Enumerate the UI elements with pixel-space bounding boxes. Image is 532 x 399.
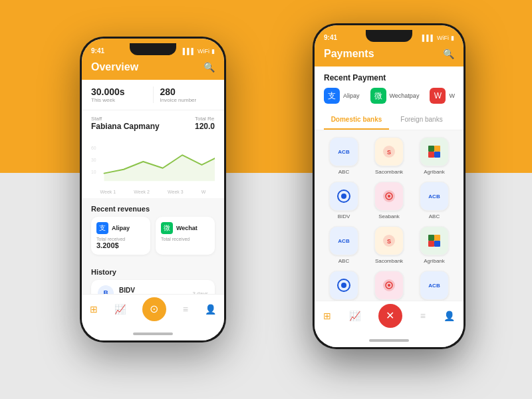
- sacom-name-2: Sacombank: [375, 258, 403, 264]
- sacom-logo-2: S: [374, 226, 404, 255]
- week-value: 30.000s: [91, 86, 146, 97]
- payment-wechat[interactable]: 微 Wechatpay: [370, 88, 420, 104]
- week-label-4: W: [201, 190, 206, 194]
- bidv-info: BIDV 12.000 $: [119, 287, 187, 295]
- bank-abc-2[interactable]: ACB ABC: [414, 182, 454, 219]
- invoice-value: 280: [160, 86, 215, 97]
- phone-overview: 9:41 ▌▌▌ WiFi ▮ Overview 🔍 30.000s This: [80, 37, 226, 342]
- svg-rect-16: [428, 235, 434, 241]
- camera-button-back[interactable]: ⊙: [142, 297, 166, 321]
- header-payments: Payments 🔍: [315, 44, 464, 66]
- bank-row-3: ACB ABC S Sacombank: [324, 226, 454, 264]
- search-icon-overview[interactable]: 🔍: [203, 62, 215, 72]
- recent-payment-title: Recent Payment: [324, 73, 454, 82]
- signal-icon-back: ▌▌▌: [183, 48, 196, 55]
- payment-alipay[interactable]: 支 Alipay: [324, 88, 360, 104]
- notch-front: [366, 30, 412, 42]
- total-value: 120.0: [195, 122, 215, 131]
- bank-sacom-1[interactable]: S Sacombank: [369, 137, 409, 175]
- tab-domestic[interactable]: Domestic banks: [324, 110, 389, 130]
- wifi-icon-front: WiFi: [437, 35, 449, 41]
- wechat-logo: 微: [161, 222, 173, 234]
- search-icon-payments[interactable]: 🔍: [443, 49, 454, 59]
- nav-close-front[interactable]: ✕: [378, 304, 402, 328]
- home-indicator-front: [315, 334, 464, 347]
- nav-menu-back[interactable]: ≡: [183, 304, 188, 315]
- close-button-front[interactable]: ✕: [378, 304, 402, 328]
- recent-revenues-title: Recent revenues: [82, 198, 224, 217]
- revenue-card-alipay[interactable]: 支 Alipay Total received 3.200$: [91, 217, 150, 255]
- stat-invoice: 280 Invoice number: [160, 86, 215, 103]
- nav-home-back[interactable]: ⊞: [90, 304, 98, 315]
- signal-icon-front: ▌▌▌: [422, 35, 435, 41]
- bank-sea-1[interactable]: Seabank: [369, 182, 409, 219]
- nav-chart-back[interactable]: 📈: [114, 304, 126, 315]
- bank-sea-2[interactable]: Seabank: [369, 271, 409, 301]
- nav-home-front[interactable]: ⊞: [323, 311, 331, 321]
- bank-bidv-2[interactable]: BIDV: [324, 271, 364, 301]
- svg-rect-17: [434, 235, 440, 241]
- svg-rect-6: [434, 146, 440, 152]
- sacom-name-1: Sacombank: [375, 169, 403, 175]
- bank-row-4: BIDV Seabank ACB ABC: [324, 271, 454, 301]
- bank-bidv-1[interactable]: BIDV: [324, 182, 364, 219]
- bottom-nav-back: ⊞ 📈 ⊙ ≡ 👤: [82, 294, 224, 327]
- camera-icon-back: ⊙: [150, 303, 158, 315]
- bank-row-2: BIDV Seabank ACB ABC: [324, 182, 454, 219]
- history-item-bidv[interactable]: B BIDV 12.000 $ 3 days: [91, 280, 215, 294]
- nav-profile-back[interactable]: 👤: [205, 304, 216, 315]
- agri-logo-1: [420, 137, 449, 166]
- header-overview: Overview 🔍: [82, 57, 224, 80]
- overview-chart: 60 30 10: [91, 142, 215, 182]
- home-icon-front: ⊞: [323, 311, 331, 321]
- abc-logo-1: ACB: [329, 137, 358, 166]
- week-label-1: Week 1: [100, 190, 116, 194]
- bank-abc-4[interactable]: ACB ABC: [414, 271, 454, 301]
- alipay-payment-logo: 支: [324, 88, 340, 104]
- battery-icon-front: ▮: [451, 35, 454, 41]
- history-title: History: [82, 261, 224, 280]
- total-label: Total Re: [195, 116, 215, 122]
- revenue-cards: 支 Alipay Total received 3.200$ 微 Wechat …: [82, 217, 224, 261]
- sea-logo-1: [374, 182, 404, 211]
- nav-camera-back[interactable]: ⊙: [142, 297, 166, 321]
- bottom-nav-front: ⊞ 📈 ✕ ≡ 👤: [315, 301, 464, 334]
- nav-chart-front[interactable]: 📈: [349, 311, 360, 321]
- bank-agri-1[interactable]: Agribank: [414, 137, 454, 175]
- payment-other[interactable]: W W: [430, 88, 455, 104]
- svg-rect-5: [428, 146, 434, 152]
- abc-logo-3: ACB: [329, 226, 358, 255]
- notch-back: [130, 43, 176, 55]
- menu-icon-front: ≡: [420, 311, 426, 321]
- close-icon-front: ✕: [386, 309, 394, 322]
- chart-icon-front: 📈: [349, 311, 360, 321]
- bidv-logo-1: [329, 182, 358, 211]
- nav-menu-front[interactable]: ≡: [420, 311, 426, 321]
- revenue-card-wechat[interactable]: 微 Wechat Total received: [156, 217, 215, 255]
- wifi-icon-back: WiFi: [198, 48, 209, 55]
- phone-payments: 9:41 ▌▌▌ WiFi ▮ Payments 🔍 Recent Paymen…: [313, 23, 466, 349]
- svg-point-24: [388, 284, 390, 287]
- payments-content: Recent Payment 支 Alipay 微 Wechatpay W W: [315, 66, 464, 301]
- bank-abc-3[interactable]: ACB ABC: [324, 226, 364, 264]
- bank-grid: ACB ABC S Sacombank: [315, 130, 464, 301]
- abc-name-1: ABC: [338, 169, 349, 175]
- bank-abc-1[interactable]: ACB ABC: [324, 137, 364, 175]
- stats-row: 30.000s This week 280 Invoice number: [82, 80, 224, 110]
- svg-rect-8: [434, 152, 440, 158]
- profile-icon-front: 👤: [444, 311, 455, 321]
- other-payment-logo: W: [430, 88, 446, 104]
- alipay-payment-name: Alipay: [343, 92, 360, 99]
- nav-profile-front[interactable]: 👤: [444, 311, 455, 321]
- header-title-payments: Payments: [324, 48, 374, 60]
- svg-text:S: S: [387, 238, 391, 245]
- svg-rect-19: [434, 241, 440, 247]
- bank-sacom-2[interactable]: S Sacombank: [369, 226, 409, 264]
- bidv-name: BIDV: [119, 287, 187, 294]
- bank-agri-2[interactable]: Agribank: [414, 226, 454, 264]
- status-icons-front: ▌▌▌ WiFi ▮: [422, 35, 454, 41]
- staff-name: Fabiana Capmany: [91, 122, 160, 131]
- chart-icon-back: 📈: [114, 304, 126, 315]
- tab-foreign[interactable]: Foreign banks: [389, 110, 454, 130]
- svg-point-13: [388, 195, 390, 198]
